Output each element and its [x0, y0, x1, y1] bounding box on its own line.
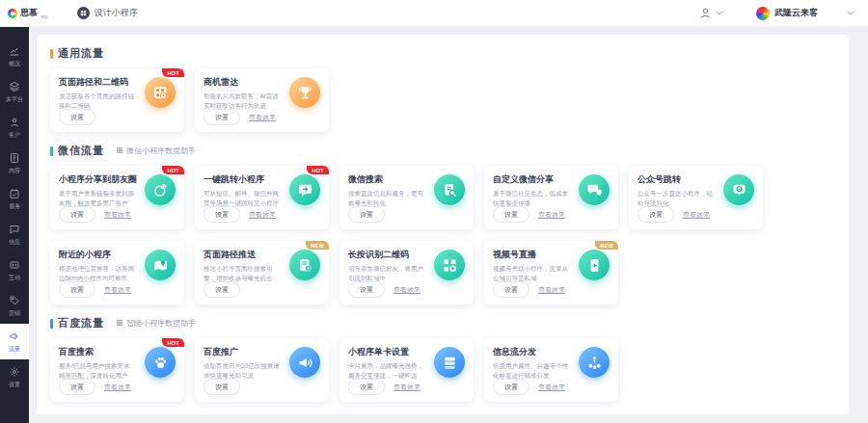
- view-results-link[interactable]: 查看效果: [104, 383, 131, 392]
- person-icon: [9, 117, 20, 129]
- settings-button[interactable]: 设置: [348, 379, 385, 395]
- section-title: 百度流量: [58, 316, 104, 330]
- view-results-link[interactable]: 查看效果: [683, 210, 710, 220]
- brand-name: 思慕: [20, 7, 38, 19]
- view-results-link[interactable]: 查看效果: [538, 383, 565, 392]
- settings-button[interactable]: 设置: [203, 109, 240, 125]
- section-header: 微信流量微信小程序数据助手: [50, 144, 835, 158]
- file-icon: [9, 152, 20, 165]
- settings-button[interactable]: 设置: [493, 281, 529, 298]
- hot-badge: HOT: [162, 338, 184, 347]
- card-actions: 设置查看效果: [493, 206, 565, 223]
- view-results-link[interactable]: 查看效果: [393, 383, 420, 392]
- card-actions: 设置查看效果: [637, 206, 710, 223]
- sidebar-item-label: 流量: [9, 345, 20, 354]
- view-results-link[interactable]: 查看效果: [538, 285, 565, 295]
- settings-button[interactable]: 设置: [493, 206, 529, 223]
- data-assistant-link[interactable]: 微信小程序数据助手: [116, 145, 196, 156]
- settings-button[interactable]: 设置: [59, 109, 95, 125]
- brand-suffix: vip: [41, 13, 48, 19]
- data-assistant-link[interactable]: 智能小程序数据助手: [116, 318, 196, 329]
- nav-design-miniprogram[interactable]: 设计小程序: [77, 7, 138, 19]
- cards-row: 附近的小程序根据地理位置推荐，访客周边5km内小程序均可展示设置查看效果页面路径…: [50, 241, 835, 304]
- feature-card: 自定义微信分享基于微信社交生态，低成本快速裂变传播设置查看效果: [484, 166, 618, 229]
- settings-button[interactable]: 设置: [637, 206, 674, 223]
- sidebar-item-services[interactable]: 服务: [0, 181, 29, 217]
- section-title: 通用流量: [58, 46, 104, 61]
- cards-icon: [434, 347, 465, 378]
- sidebar-item-label: 服务: [9, 202, 20, 211]
- doc-search-icon: [434, 174, 465, 205]
- sidebar-item-marketing[interactable]: 营销: [0, 288, 29, 324]
- traffic-section: 百度流量智能小程序数据助手百度搜索服务/信息与用户搜索需求精准匹配，深度转化用户…: [50, 316, 835, 402]
- settings-button[interactable]: 设置: [203, 206, 240, 223]
- sidebar-item-messages[interactable]: 信息: [0, 217, 29, 252]
- card-actions: 设置查看效果: [348, 281, 420, 298]
- settings-button[interactable]: 设置: [203, 281, 240, 298]
- grid-icon: [116, 146, 123, 156]
- account-avatar: [756, 7, 770, 20]
- data-assistant-link-label: 微信小程序数据助手: [126, 145, 196, 156]
- feature-card: 视频号直播视频号关联小程序，流量从公域引导至私域NEW设置查看效果: [484, 241, 618, 304]
- view-results-link[interactable]: 查看效果: [249, 113, 276, 122]
- qr-link-icon: [434, 250, 465, 280]
- settings-button[interactable]: 设置: [59, 379, 95, 395]
- cards-row: 小程序分享到朋友圈基于用户关系链裂变发到朋友圈，触达更多更广客户HOT设置查看效…: [50, 166, 835, 229]
- card-actions: 设置查看效果: [493, 281, 565, 298]
- sidebar-item-label: 概况: [9, 60, 20, 68]
- settings-button[interactable]: 设置: [493, 379, 529, 395]
- feature-card: 页面路径推送推送小程序页面给搜索引擎，增加收录与曝光机会NEW设置: [195, 241, 329, 304]
- promo-megaphone-icon: [289, 347, 320, 378]
- interact-icon: [9, 259, 20, 272]
- sidebar-item-content[interactable]: 内容: [0, 145, 29, 181]
- video-live-icon: [579, 250, 610, 280]
- traffic-section: 通用流量页面路径和二维码灵活获取各个页面的路径链接和二维码HOT设置商机雷达智能…: [50, 46, 835, 132]
- feature-card: 商机雷达智能名片高效获客，AI雷达实时获取访客行为轨迹设置查看效果: [195, 68, 329, 132]
- grid-icon: [116, 319, 123, 329]
- sidebar-item-label: 营销: [9, 309, 20, 318]
- user-icon[interactable]: [699, 7, 712, 19]
- section-header: 百度流量智能小程序数据助手: [50, 316, 835, 330]
- new-badge: NEW: [595, 241, 618, 250]
- settings-button[interactable]: 设置: [203, 379, 240, 395]
- view-results-link[interactable]: 查看效果: [393, 285, 420, 295]
- account-switcher[interactable]: 武隆云来客: [756, 7, 818, 20]
- message-icon: [9, 224, 20, 236]
- distribute-icon: [579, 347, 610, 378]
- view-results-link[interactable]: 查看效果: [104, 210, 131, 220]
- account-chevron-down-icon[interactable]: [847, 11, 854, 15]
- layers-icon: [9, 81, 20, 93]
- view-results-link[interactable]: 查看效果: [538, 210, 565, 220]
- account-name: 武隆云来客: [774, 7, 818, 19]
- feature-card: 微信搜索搜索直达信息和服务，更有效曝光和转化设置: [339, 166, 474, 229]
- brand-logo-icon: [8, 9, 17, 18]
- gear-icon: [9, 366, 20, 379]
- card-actions: 设置查看效果: [203, 206, 276, 223]
- sidebar-item-label: 内容: [9, 167, 20, 175]
- settings-button[interactable]: 设置: [348, 281, 385, 298]
- sidebar-item-overview[interactable]: 概况: [0, 39, 29, 74]
- view-results-link[interactable]: 查看效果: [249, 210, 276, 220]
- wechat-share-icon: [579, 174, 610, 205]
- sidebar-item-settings[interactable]: 设置: [0, 359, 29, 395]
- feature-card: 附近的小程序根据地理位置推荐，访客周边5km内小程序均可展示设置查看效果: [50, 241, 184, 304]
- sidebar-item-platforms[interactable]: 多平台: [0, 74, 29, 110]
- sidebar-item-label: 多平台: [6, 95, 23, 104]
- settings-button[interactable]: 设置: [348, 206, 385, 223]
- sidebar-item-interaction[interactable]: 互动: [0, 252, 29, 288]
- card-actions: 设置查看效果: [59, 206, 131, 223]
- user-chevron-down-icon[interactable]: [716, 11, 723, 15]
- settings-button[interactable]: 设置: [59, 281, 95, 298]
- settings-button[interactable]: 设置: [59, 206, 95, 223]
- card-actions: 设置: [203, 281, 240, 298]
- sidebar-item-label: 信息: [9, 238, 20, 247]
- sidebar-item-customers[interactable]: 客户: [0, 110, 29, 145]
- brand-logo[interactable]: 思慕 vip: [8, 7, 48, 19]
- feature-card: 小程序单卡设置卡片展示，品牌曝光强势，服务交互便捷，一键即达设置查看效果: [339, 338, 474, 402]
- sidebar-item-label: 设置: [9, 381, 20, 389]
- content-panel: 通用流量页面路径和二维码灵活获取各个页面的路径链接和二维码HOT设置商机雷达智能…: [37, 35, 849, 414]
- trophy-icon: [289, 77, 320, 108]
- sidebar-item-traffic[interactable]: 流量: [0, 324, 29, 359]
- doc-link-icon: [289, 250, 320, 280]
- view-results-link[interactable]: 查看效果: [104, 285, 131, 295]
